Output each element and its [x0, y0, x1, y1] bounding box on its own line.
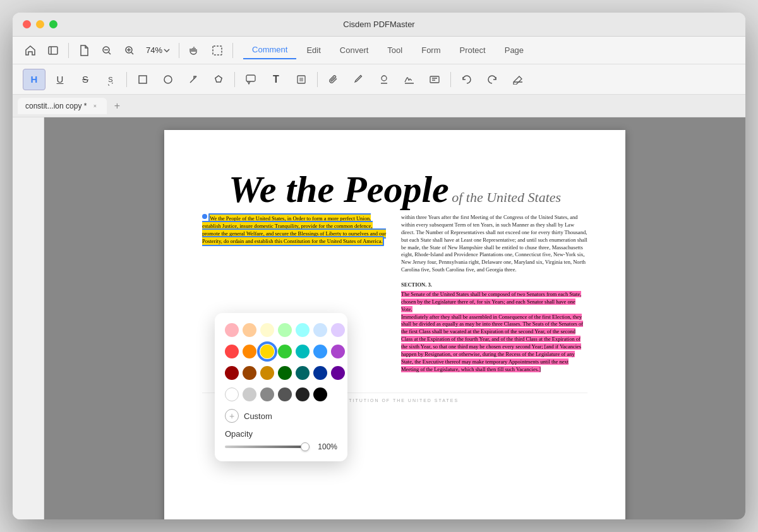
sidebar-icon[interactable]: [43, 40, 63, 61]
color-swatch-white[interactable]: [225, 387, 239, 401]
color-swatch-dark-blue[interactable]: [313, 366, 327, 380]
opacity-control-area: Opacity 100%: [225, 429, 337, 451]
redact-tool-button[interactable]: [424, 69, 445, 90]
svg-point-11: [164, 76, 172, 83]
color-swatch-black[interactable]: [313, 387, 327, 401]
color-swatch-midgray[interactable]: [260, 387, 274, 401]
color-grid-dark: [225, 366, 337, 380]
eraser-button[interactable]: [507, 69, 528, 90]
color-swatch-purple-light[interactable]: [331, 323, 345, 337]
minimize-button[interactable]: [36, 20, 44, 28]
svg-line-12: [190, 76, 196, 83]
highlight-tool-button[interactable]: H: [23, 69, 45, 90]
undo-button[interactable]: [456, 69, 478, 90]
color-swatch-yellow-light[interactable]: [260, 323, 274, 337]
underline-tool-button[interactable]: U: [49, 69, 71, 90]
opacity-slider-row: 100%: [225, 442, 337, 451]
redo-button[interactable]: [481, 69, 503, 90]
polygon-tool-button[interactable]: [208, 69, 229, 90]
color-swatch-dark-brown[interactable]: [243, 366, 256, 380]
home-icon[interactable]: [20, 40, 40, 61]
new-tab-button[interactable]: +: [109, 98, 124, 114]
color-swatch-darkgray[interactable]: [278, 387, 292, 401]
paperclip-tool-button[interactable]: [323, 69, 344, 90]
rectangle-tool-button[interactable]: [132, 69, 153, 90]
color-swatch-dark-red[interactable]: [225, 366, 239, 380]
hand-tool-icon[interactable]: [184, 40, 205, 61]
color-swatch-teal[interactable]: [296, 345, 310, 358]
tab-form[interactable]: Form: [412, 42, 449, 59]
color-swatch-dark-orange[interactable]: [260, 366, 274, 380]
titlebar: Cisdem PDFMaster: [13, 13, 745, 37]
pdf-page: We the People of the United States We th…: [164, 130, 625, 519]
col-right-text-1: within three Years after the first Meeti…: [401, 214, 587, 273]
pdf-col-right: within three Years after the first Meeti…: [401, 214, 587, 374]
color-swatch-red[interactable]: [225, 345, 239, 358]
tab-tool[interactable]: Tool: [378, 42, 411, 59]
area-tool-button[interactable]: [291, 69, 312, 90]
menubar: 74% Comment Edit: [13, 37, 745, 64]
marquee-tool-icon[interactable]: [207, 40, 227, 61]
tab-edit[interactable]: Edit: [298, 42, 329, 59]
main-content: We the People of the United States We th…: [13, 117, 745, 519]
traffic-lights: [23, 20, 57, 28]
pencil-tool-button[interactable]: [348, 69, 370, 90]
svg-rect-19: [430, 76, 439, 83]
arrow-tool-button[interactable]: [183, 69, 204, 90]
custom-color-row[interactable]: + Custom: [225, 409, 337, 423]
color-swatch-green-light[interactable]: [278, 323, 292, 337]
color-swatch-lightgray[interactable]: [243, 387, 256, 401]
annotation-dot: [202, 214, 207, 219]
pdf-view-area[interactable]: We the People of the United States We th…: [44, 117, 745, 519]
add-custom-color-icon[interactable]: +: [225, 409, 239, 423]
toolbar-sep-3: [317, 72, 318, 87]
color-grid-gray: [225, 387, 337, 401]
color-swatch-dark-purple[interactable]: [331, 366, 345, 380]
color-swatch-green[interactable]: [278, 345, 292, 358]
color-swatch-dark-green[interactable]: [278, 366, 292, 380]
color-swatch-verydarkgray[interactable]: [296, 387, 310, 401]
document-icon[interactable]: [74, 40, 94, 61]
color-swatch-pink-light[interactable]: [225, 323, 239, 337]
opacity-slider[interactable]: [225, 446, 310, 448]
maximize-button[interactable]: [49, 20, 57, 28]
text-tool-button[interactable]: T: [265, 69, 287, 90]
window-title: Cisdem PDFMaster: [343, 20, 414, 29]
color-swatch-cyan-light[interactable]: [296, 323, 310, 337]
strikethrough-tool-button[interactable]: S: [75, 69, 96, 90]
color-grid-light: [225, 323, 337, 337]
toolbar: H U S S T: [13, 64, 745, 95]
svg-line-8: [131, 52, 133, 54]
section-label: SECTION. 3.: [401, 281, 587, 289]
tab-close-button[interactable]: ×: [90, 102, 99, 110]
ellipse-tool-button[interactable]: [157, 69, 179, 90]
color-swatch-yellow-selected[interactable]: [260, 345, 274, 358]
close-button[interactable]: [23, 20, 31, 28]
color-swatch-orange[interactable]: [243, 345, 256, 358]
pdf-title-area: We the People of the United States: [202, 168, 587, 211]
color-swatch-blue-light[interactable]: [313, 323, 327, 337]
squiggly-tool-button[interactable]: S: [100, 69, 121, 90]
opacity-label: Opacity: [225, 429, 337, 439]
signature-tool-button[interactable]: [399, 69, 420, 90]
color-picker-popup: + Custom Opacity 100%: [215, 313, 347, 461]
pdf-subtitle-inline: of the United States: [452, 189, 561, 205]
opacity-slider-thumb[interactable]: [301, 442, 310, 451]
nav-tabs: Comment Edit Convert Tool Form Protect P…: [243, 41, 532, 59]
callout-tool-button[interactable]: [240, 69, 262, 90]
tab-protect[interactable]: Protect: [451, 42, 495, 59]
tab-convert[interactable]: Convert: [331, 42, 378, 59]
zoom-out-button[interactable]: [97, 40, 117, 61]
tab-comment[interactable]: Comment: [243, 41, 296, 59]
stamp-tool-button[interactable]: [373, 69, 395, 90]
highlighted-text-yellow: We the People of the United States, in O…: [202, 213, 386, 246]
zoom-control[interactable]: 74%: [142, 45, 174, 55]
tab-page[interactable]: Page: [496, 42, 532, 59]
zoom-in-button[interactable]: [119, 40, 140, 61]
toolbar-sep-4: [450, 72, 451, 87]
document-tab[interactable]: constit...ion copy * ×: [18, 98, 107, 114]
color-swatch-purple[interactable]: [331, 345, 345, 358]
color-swatch-orange-light[interactable]: [243, 323, 256, 337]
color-swatch-dark-teal[interactable]: [296, 366, 310, 380]
color-swatch-blue[interactable]: [313, 345, 327, 358]
